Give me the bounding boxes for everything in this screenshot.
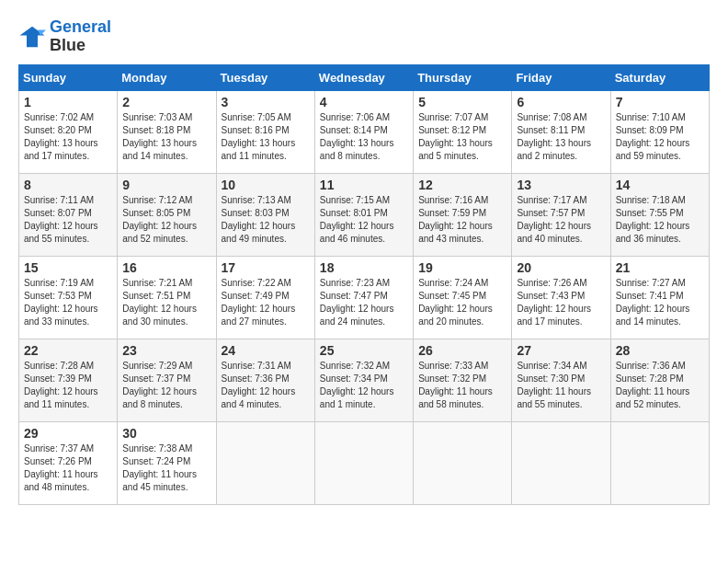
calendar-day-11: 11Sunrise: 7:15 AMSunset: 8:01 PMDayligh… <box>314 173 413 256</box>
calendar-week-4: 22Sunrise: 7:28 AMSunset: 7:39 PMDayligh… <box>19 339 710 421</box>
header-row: Sunday Monday Tuesday Wednesday Thursday… <box>19 64 710 90</box>
calendar-week-5: 29Sunrise: 7:37 AMSunset: 7:26 PMDayligh… <box>19 421 710 504</box>
calendar-day-21: 21Sunrise: 7:27 AMSunset: 7:41 PMDayligh… <box>610 256 709 339</box>
logo-text: General Blue <box>50 18 111 55</box>
calendar-day-4: 4Sunrise: 7:06 AMSunset: 8:14 PMDaylight… <box>314 90 413 173</box>
col-saturday: Saturday <box>610 64 709 90</box>
calendar-day-15: 15Sunrise: 7:19 AMSunset: 7:53 PMDayligh… <box>19 256 118 339</box>
col-tuesday: Tuesday <box>216 64 314 90</box>
calendar-day-14: 14Sunrise: 7:18 AMSunset: 7:55 PMDayligh… <box>610 173 709 256</box>
calendar-week-2: 8Sunrise: 7:11 AMSunset: 8:07 PMDaylight… <box>19 173 710 256</box>
calendar-day-16: 16Sunrise: 7:21 AMSunset: 7:51 PMDayligh… <box>118 256 216 339</box>
col-thursday: Thursday <box>414 64 512 90</box>
calendar-week-3: 15Sunrise: 7:19 AMSunset: 7:53 PMDayligh… <box>19 256 710 339</box>
calendar-day-22: 22Sunrise: 7:28 AMSunset: 7:39 PMDayligh… <box>19 339 118 421</box>
empty-cell <box>314 421 413 504</box>
calendar-day-10: 10Sunrise: 7:13 AMSunset: 8:03 PMDayligh… <box>216 173 314 256</box>
empty-cell <box>414 421 512 504</box>
calendar-day-17: 17Sunrise: 7:22 AMSunset: 7:49 PMDayligh… <box>216 256 314 339</box>
calendar-day-2: 2Sunrise: 7:03 AMSunset: 8:18 PMDaylight… <box>118 90 216 173</box>
page-header: General Blue <box>18 18 710 55</box>
calendar-day-23: 23Sunrise: 7:29 AMSunset: 7:37 PMDayligh… <box>118 339 216 421</box>
calendar-day-27: 27Sunrise: 7:34 AMSunset: 7:30 PMDayligh… <box>512 339 610 421</box>
calendar-day-19: 19Sunrise: 7:24 AMSunset: 7:45 PMDayligh… <box>414 256 512 339</box>
empty-cell <box>610 421 709 504</box>
calendar-day-7: 7Sunrise: 7:10 AMSunset: 8:09 PMDaylight… <box>610 90 709 173</box>
calendar-day-30: 30Sunrise: 7:38 AMSunset: 7:24 PMDayligh… <box>118 421 216 504</box>
col-sunday: Sunday <box>19 64 118 90</box>
logo-icon <box>18 23 46 51</box>
empty-cell <box>216 421 314 504</box>
calendar-day-20: 20Sunrise: 7:26 AMSunset: 7:43 PMDayligh… <box>512 256 610 339</box>
calendar-week-1: 1Sunrise: 7:02 AMSunset: 8:20 PMDaylight… <box>19 90 710 173</box>
svg-marker-0 <box>20 27 45 48</box>
calendar-table: Sunday Monday Tuesday Wednesday Thursday… <box>18 64 710 505</box>
calendar-day-18: 18Sunrise: 7:23 AMSunset: 7:47 PMDayligh… <box>314 256 413 339</box>
logo: General Blue <box>18 18 111 55</box>
calendar-day-5: 5Sunrise: 7:07 AMSunset: 8:12 PMDaylight… <box>414 90 512 173</box>
col-monday: Monday <box>118 64 216 90</box>
calendar-day-12: 12Sunrise: 7:16 AMSunset: 7:59 PMDayligh… <box>414 173 512 256</box>
calendar-day-8: 8Sunrise: 7:11 AMSunset: 8:07 PMDaylight… <box>19 173 118 256</box>
calendar-day-1: 1Sunrise: 7:02 AMSunset: 8:20 PMDaylight… <box>19 90 118 173</box>
empty-cell <box>512 421 610 504</box>
calendar-day-9: 9Sunrise: 7:12 AMSunset: 8:05 PMDaylight… <box>118 173 216 256</box>
calendar-day-25: 25Sunrise: 7:32 AMSunset: 7:34 PMDayligh… <box>314 339 413 421</box>
calendar-day-28: 28Sunrise: 7:36 AMSunset: 7:28 PMDayligh… <box>610 339 709 421</box>
calendar-day-29: 29Sunrise: 7:37 AMSunset: 7:26 PMDayligh… <box>19 421 118 504</box>
col-wednesday: Wednesday <box>314 64 413 90</box>
col-friday: Friday <box>512 64 610 90</box>
calendar-day-13: 13Sunrise: 7:17 AMSunset: 7:57 PMDayligh… <box>512 173 610 256</box>
calendar-day-24: 24Sunrise: 7:31 AMSunset: 7:36 PMDayligh… <box>216 339 314 421</box>
calendar-day-3: 3Sunrise: 7:05 AMSunset: 8:16 PMDaylight… <box>216 90 314 173</box>
calendar-day-6: 6Sunrise: 7:08 AMSunset: 8:11 PMDaylight… <box>512 90 610 173</box>
calendar-day-26: 26Sunrise: 7:33 AMSunset: 7:32 PMDayligh… <box>414 339 512 421</box>
